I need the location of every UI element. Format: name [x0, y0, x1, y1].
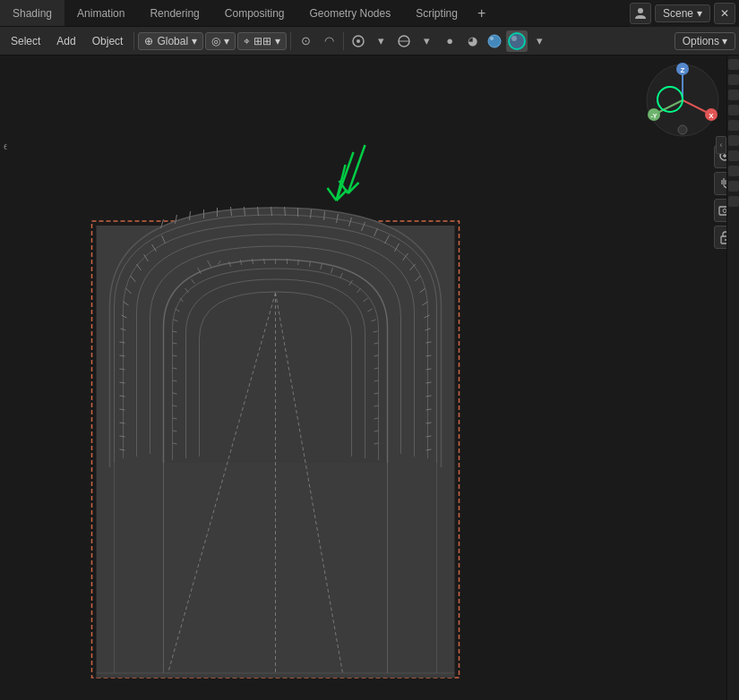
- xray-dropdown[interactable]: ▾: [416, 30, 437, 52]
- user-icon-button[interactable]: [630, 3, 651, 24]
- close-icon: ✕: [720, 7, 729, 20]
- shading-options-dropdown[interactable]: ▾: [528, 30, 550, 52]
- pivot-icon: ◎: [211, 35, 220, 47]
- svg-point-8: [511, 36, 517, 41]
- right-panel-strip: [726, 55, 739, 700]
- main-toolbar: Select Add Object ⊕ Global ▾ ◎ ▾ ⌖ ⊞⊞ ▾ …: [0, 27, 739, 55]
- strip-icon-9[interactable]: [728, 181, 739, 192]
- toggle-xray-button[interactable]: [393, 30, 415, 52]
- object-menu[interactable]: Object: [85, 33, 131, 49]
- svg-point-5: [488, 35, 501, 47]
- strip-icon-10[interactable]: [728, 196, 739, 207]
- proportional-edit-button[interactable]: ⊙: [295, 30, 316, 52]
- strip-icon-8[interactable]: [728, 166, 739, 176]
- show-overlays-button[interactable]: [348, 30, 369, 52]
- tab-scripting[interactable]: Scripting: [403, 0, 470, 26]
- chevron-down-icon: ▾: [275, 35, 280, 47]
- svg-point-2: [357, 39, 360, 43]
- transform-orientation-dropdown[interactable]: ⊕ Global ▾: [138, 32, 203, 50]
- svg-text:X: X: [709, 112, 714, 120]
- svg-point-134: [678, 125, 687, 134]
- options-button[interactable]: Options ▾: [675, 32, 735, 50]
- material-shading-button[interactable]: ◕: [461, 30, 483, 52]
- workspace-tabs-bar: Shading Animation Rendering Compositing …: [0, 0, 739, 27]
- svg-point-6: [490, 37, 494, 40]
- svg-text:-Y: -Y: [651, 113, 657, 119]
- transform-icon: ⊕: [144, 35, 153, 47]
- chevron-down-icon: ▾: [697, 7, 702, 20]
- tab-shading[interactable]: Shading: [0, 0, 64, 26]
- overlays-dropdown[interactable]: ▾: [370, 30, 391, 52]
- chevron-down-icon: ▾: [192, 35, 197, 47]
- panel-collapse-handle[interactable]: ‹: [716, 136, 726, 154]
- strip-icon-1[interactable]: [728, 59, 739, 70]
- solid-shading-button[interactable]: ●: [439, 30, 460, 52]
- tab-rendering[interactable]: Rendering: [137, 0, 211, 26]
- active-shading-button[interactable]: [506, 30, 528, 52]
- strip-icon-7[interactable]: [728, 150, 739, 161]
- top-right-controls: Scene ▾ ✕: [630, 0, 739, 27]
- tab-compositing[interactable]: Compositing: [212, 0, 297, 26]
- pivot-point-dropdown[interactable]: ◎ ▾: [205, 32, 236, 50]
- snap-icon: ⌖: [244, 35, 250, 47]
- strip-icon-2[interactable]: [728, 74, 739, 85]
- chevron-down-icon: ▾: [224, 35, 229, 47]
- svg-point-7: [509, 33, 525, 49]
- 3d-viewport[interactable]: e: [0, 55, 739, 700]
- scene-selector[interactable]: Scene ▾: [655, 4, 710, 22]
- main-content-area: e: [0, 55, 739, 700]
- strip-icon-5[interactable]: [728, 120, 739, 131]
- separator-2: [290, 32, 291, 50]
- snap-group: ⌖ ⊞⊞ ▾: [237, 32, 287, 50]
- viewport-scene: [0, 55, 739, 700]
- separator-3: [343, 32, 344, 50]
- add-workspace-tab-button[interactable]: +: [470, 5, 493, 21]
- tab-geometry-nodes[interactable]: Geometry Nodes: [297, 0, 404, 26]
- strip-icon-4[interactable]: [728, 105, 739, 115]
- viewport-gizmo[interactable]: Z X -Y: [642, 60, 723, 141]
- close-button[interactable]: ✕: [714, 3, 735, 24]
- viewport-shading: ● ◕ ▾: [439, 30, 550, 52]
- add-menu[interactable]: Add: [49, 33, 82, 49]
- svg-text:Z: Z: [681, 66, 685, 74]
- select-menu[interactable]: Select: [4, 33, 47, 49]
- user-icon: [634, 7, 647, 20]
- rendered-shading-button[interactable]: [484, 30, 505, 52]
- xray-controls: ▾: [393, 30, 437, 52]
- options-chevron-icon: ▾: [722, 35, 727, 47]
- tab-animation[interactable]: Animation: [64, 0, 137, 26]
- snap-label: ⊞⊞: [253, 35, 271, 47]
- svg-point-0: [638, 8, 643, 13]
- strip-icon-6[interactable]: [728, 135, 739, 146]
- proportional-falloff-button[interactable]: ◠: [318, 30, 339, 52]
- separator-1: [133, 32, 134, 50]
- viewport-controls: ▾: [348, 30, 391, 52]
- snap-dropdown[interactable]: ⌖ ⊞⊞ ▾: [237, 32, 287, 50]
- strip-icon-3[interactable]: [728, 90, 739, 100]
